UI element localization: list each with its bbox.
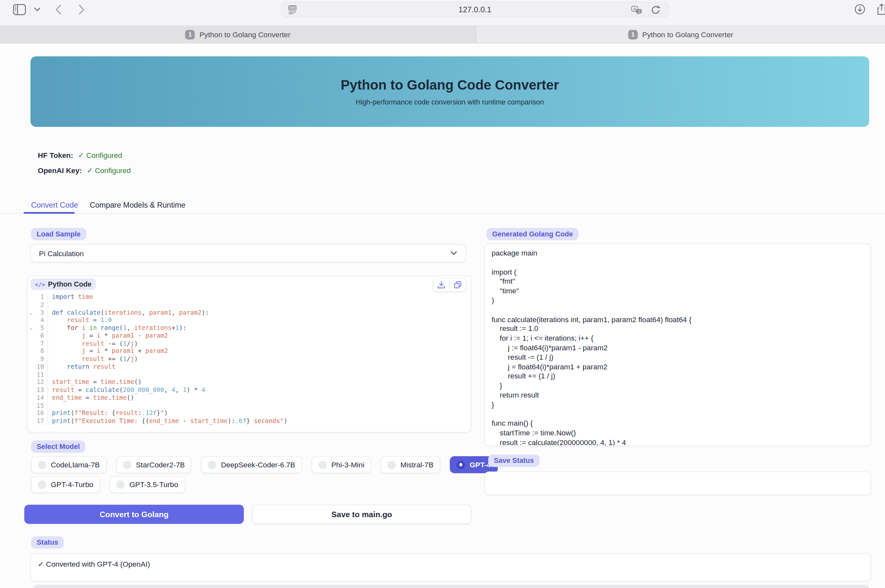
line-number: 4 (34, 316, 47, 324)
python-code-chip: </> Python Code (30, 279, 96, 290)
page-subtitle: High-performance code conversion with ru… (356, 98, 544, 106)
line-number: 5 (34, 324, 47, 332)
model-label: GPT-4 (470, 460, 491, 469)
line-number: 11 (34, 370, 47, 378)
downloads-icon[interactable] (855, 4, 865, 15)
model-label: GPT-3.5-Turbo (129, 480, 178, 489)
model-option-gpt-3.5-turbo[interactable]: GPT-3.5-Turbo (110, 476, 185, 493)
app-tab-nav: Convert Code Compare Models & Runtime (0, 197, 885, 214)
convert-button[interactable]: Convert to Golang (24, 505, 244, 524)
radio-icon (123, 460, 131, 469)
radio-icon (116, 480, 125, 489)
tab-badge: 1 (185, 30, 195, 39)
hf-token-value: ✓ Configured (78, 151, 122, 159)
fold-arrow-icon (27, 417, 34, 425)
golang-code-chip: Generated Golang Code (486, 228, 578, 240)
python-code-header: </> Python Code (27, 276, 471, 293)
line-number: 14 (34, 394, 47, 402)
model-option-mistral-7b[interactable]: Mistral-7B (381, 456, 440, 473)
line-number: 1 (34, 293, 47, 301)
openai-key-value: ✓ Configured (87, 166, 131, 175)
tab-title: Python to Golang Converter (199, 30, 290, 39)
model-option-starcoder2-7b[interactable]: StarCoder2-7B (116, 456, 192, 473)
browser-window: 127.0.0.1 A 文 (0, 0, 885, 588)
code-line: ⌄3def calculate(iterations, param1, para… (27, 309, 471, 316)
python-code-lines[interactable]: 1import time2⌄3def calculate(iterations,… (27, 293, 471, 432)
back-icon[interactable] (55, 4, 62, 15)
fold-arrow-icon[interactable]: ⌄ (27, 324, 34, 332)
active-tab-underline (24, 212, 74, 213)
svg-text:文: 文 (638, 9, 641, 13)
code-line: 17print(f"Execution Time: {(end_time - s… (27, 417, 471, 425)
code-line: 10 return result (27, 363, 471, 370)
line-number: 6 (34, 332, 47, 340)
save-button[interactable]: Save to main.go (252, 505, 471, 524)
fold-arrow-icon (27, 316, 34, 324)
model-label: CodeLlama-7B (51, 460, 100, 469)
url-bar[interactable]: 127.0.0.1 A 文 (281, 2, 669, 18)
code-line: 1import time (27, 293, 471, 301)
model-option-deepseek-coder-6.7b[interactable]: DeepSeek-Coder-6.7B (201, 456, 302, 473)
code-line: 7 result -= (1/j) (27, 340, 471, 348)
tab-title: Python to Golang Converter (642, 30, 733, 39)
cutoff-element (34, 585, 870, 588)
radio-selected-icon (457, 460, 465, 469)
browser-tab-2[interactable]: 1 Python to Golang Converter (476, 26, 885, 43)
fold-arrow-icon (27, 394, 34, 402)
line-number: 12 (34, 378, 47, 386)
fold-arrow-icon (27, 347, 34, 355)
radio-icon (208, 460, 216, 469)
code-line: 12start_time = time.time() (27, 378, 471, 386)
code-line: 16print(f"Result: {result:.12f}") (27, 410, 471, 417)
tab-compare-models[interactable]: Compare Models & Runtime (90, 197, 185, 213)
tab-strip: 1 Python to Golang Converter 1 Python to… (0, 26, 885, 44)
code-line: 14end_time = time.time() (27, 394, 471, 402)
fold-arrow-icon (27, 370, 34, 378)
fold-arrow-icon (27, 332, 34, 340)
url-text[interactable]: 127.0.0.1 (281, 5, 668, 14)
select-model-chip: Select Model (31, 441, 86, 453)
forward-icon[interactable] (78, 4, 84, 15)
status-box: ✓ Converted with GPT-4 (OpenAI) (30, 553, 871, 581)
app-header-banner: Python to Golang Code Converter High-per… (30, 56, 869, 127)
model-option-codellama-7b[interactable]: CodeLlama-7B (31, 456, 107, 473)
save-status-box (484, 472, 871, 495)
tab-badge: 1 (628, 30, 638, 39)
status-chip: Status (31, 536, 64, 549)
editor-toolbar (433, 278, 466, 292)
chevron-down-icon[interactable] (34, 8, 41, 12)
reload-icon[interactable] (651, 5, 660, 15)
sidebar-toggle-icon[interactable] (13, 4, 26, 15)
code-line: 11 (27, 370, 471, 378)
translate-icon[interactable]: A 文 (631, 6, 642, 15)
sample-dropdown-value: Pi Calculation (39, 249, 450, 258)
model-option-gpt-4-turbo[interactable]: GPT-4-Turbo (31, 476, 100, 493)
line-number: 3 (34, 309, 47, 316)
fold-arrow-icon (27, 378, 34, 386)
download-code-icon[interactable] (437, 281, 445, 288)
model-row-2: GPT-4-TurboGPT-3.5-Turbo (31, 476, 185, 493)
line-number: 16 (34, 410, 47, 417)
golang-code-panel: package main import ( "fmt" "time" ) fun… (484, 243, 871, 446)
toolbar-divider (30, 4, 30, 17)
browser-tab-1[interactable]: 1 Python to Golang Converter (0, 26, 476, 43)
dropdown-caret-icon (450, 251, 457, 255)
sample-dropdown[interactable]: Pi Calculation (30, 244, 465, 262)
fold-arrow-icon (27, 402, 34, 410)
tab-convert-code[interactable]: Convert Code (31, 197, 78, 213)
line-number: 10 (34, 363, 47, 370)
copy-code-icon[interactable] (454, 281, 462, 288)
hf-token-label: HF Token: (38, 151, 73, 159)
model-option-phi-3-mini[interactable]: Phi-3-Mini (312, 456, 371, 473)
python-code-label: Python Code (48, 280, 91, 288)
line-number: 7 (34, 340, 47, 348)
code-line: 2 (27, 301, 471, 309)
fold-arrow-icon[interactable]: ⌄ (27, 309, 34, 316)
code-line: 4 result = 1.0 (27, 316, 471, 324)
line-number: 17 (34, 417, 47, 425)
fold-arrow-icon (27, 355, 34, 363)
page-content: Python to Golang Code Converter High-per… (0, 44, 885, 588)
share-icon[interactable] (877, 3, 885, 15)
openai-key-line: OpenAI Key: ✓ Configured (38, 166, 131, 175)
fold-arrow-icon (27, 293, 34, 301)
